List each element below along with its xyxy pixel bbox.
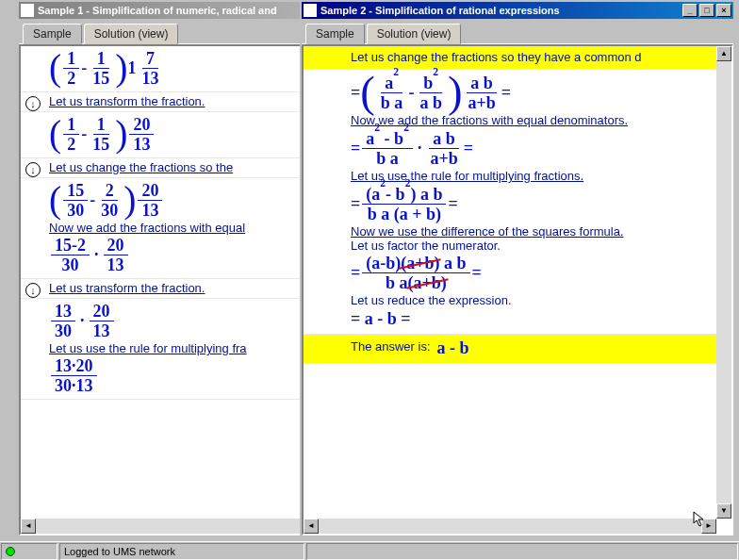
solution-content-2: Let us change the fractions so they have… <box>304 46 716 519</box>
statusbar: Logged to UMS network <box>0 541 739 560</box>
step-explanation[interactable]: Now we use the difference of the squares… <box>351 224 711 239</box>
expand-arrow-icon[interactable]: ↓ <box>25 283 41 298</box>
maximize-button[interactable]: □ <box>699 4 714 17</box>
answer-row: The answer is: a - b <box>304 335 716 364</box>
scroll-up-button[interactable]: ▲ <box>716 46 731 61</box>
tabs-sample2: Sample Solution (view) <box>302 19 733 44</box>
minimize-button[interactable]: _ <box>682 4 698 17</box>
status-led-icon <box>6 547 15 556</box>
step: = ( a2b a - b2a b ) a ba+b = Now we add … <box>304 70 716 335</box>
scrollbar-horizontal[interactable]: ◄ ► <box>304 519 716 534</box>
status-text: Logged to UMS network <box>59 543 304 560</box>
scrollbar-horizontal[interactable]: ◄ ► <box>21 519 319 534</box>
close-button[interactable]: × <box>716 4 731 17</box>
expand-arrow-icon[interactable]: ↓ <box>25 162 41 177</box>
step: ( 12 - 115 ) 1 713 <box>21 46 319 92</box>
math-expression: 13·2030·13 <box>49 355 313 396</box>
tab-solution[interactable]: Solution (view) <box>84 24 179 44</box>
step-explanation: Let us factor the numerator. <box>351 239 711 253</box>
cancelled-term: (a+b) <box>401 254 439 272</box>
step-explanation: Let us reduce the expression. <box>351 293 711 307</box>
step-explanation: Let us change the fractions so they have… <box>351 50 642 64</box>
expand-arrow-icon[interactable]: ↓ <box>25 96 41 111</box>
titlebar-sample1[interactable]: Sample 1 - Simplification of numeric, ra… <box>19 2 336 19</box>
math-expression: ( 12 - 115 ) 1 713 <box>49 48 313 89</box>
window-sample2: Sample 2 - Simplification of rational ex… <box>300 0 735 537</box>
math-expression: ( 12 - 115 ) 2013 <box>49 114 313 155</box>
math-expression: = ( a2b a - b2a b ) a ba+b = <box>351 72 711 113</box>
scrollbar-vertical[interactable]: ▲ ▼ <box>716 46 731 519</box>
step: ( 1530 - 230 ) 2013 Now we add the fract… <box>21 178 319 279</box>
math-expression: 1330 · 2013 <box>49 301 313 341</box>
step-explanation[interactable]: Let us change the fractions so the <box>49 160 233 174</box>
content-wrap-2: Let us change the fractions so they have… <box>302 44 733 535</box>
step-explanation[interactable]: Let us use the rule for multiplying fra <box>49 341 313 355</box>
step: ↓ Let us transform the fraction. <box>21 279 319 299</box>
math-expression: ( 1530 - 230 ) 2013 <box>49 180 313 221</box>
math-expression: = (a-b)(a+b) a b b a(a+b) = <box>351 253 711 293</box>
window-icon <box>21 4 34 17</box>
step: ↓ Let us transform the fraction. <box>21 92 319 112</box>
cancelled-term: (a+b) <box>408 273 447 292</box>
window-icon <box>304 4 317 17</box>
scroll-left-button[interactable]: ◄ <box>21 519 36 534</box>
tab-solution[interactable]: Solution (view) <box>367 24 462 44</box>
tab-sample[interactable]: Sample <box>305 24 365 44</box>
step: 1330 · 2013 Let us use the rule for mult… <box>21 299 319 400</box>
math-expression: 15-230 · 2013 <box>49 235 313 275</box>
solution-content-1: ( 12 - 115 ) 1 713 ↓ Let us transform th… <box>21 46 319 519</box>
window-title: Sample 2 - Simplification of rational ex… <box>320 5 681 16</box>
scroll-down-button[interactable]: ▼ <box>716 503 731 519</box>
titlebar-sample2[interactable]: Sample 2 - Simplification of rational ex… <box>302 2 733 19</box>
step-explanation[interactable]: Now we add the fractions with equal <box>49 221 313 235</box>
math-expression: = (a2- b2) a b b a (a + b) = <box>351 183 711 224</box>
tabs-sample1: Sample Solution (view) <box>19 19 336 44</box>
content-wrap-1: ( 12 - 115 ) 1 713 ↓ Let us transform th… <box>19 44 336 535</box>
answer-value: a - b <box>437 337 469 359</box>
answer-label: The answer is: <box>351 339 431 354</box>
window-sample1: Sample 1 - Simplification of numeric, ra… <box>17 0 337 537</box>
step-highlighted: Let us change the fractions so they have… <box>304 46 716 70</box>
scroll-left-button[interactable]: ◄ <box>304 519 319 534</box>
math-expression: = a - b = <box>351 307 711 331</box>
math-expression: = a2 - b2b a · a ba+b = <box>351 127 711 169</box>
window-title: Sample 1 - Simplification of numeric, ra… <box>38 5 334 16</box>
step: ( 12 - 115 ) 2013 <box>21 112 319 158</box>
step: ↓ Let us change the fractions so the <box>21 158 319 178</box>
tab-sample[interactable]: Sample <box>23 24 82 44</box>
step-explanation[interactable]: Let us transform the fraction. <box>49 281 205 295</box>
scroll-right-button[interactable]: ► <box>701 519 716 534</box>
step-explanation[interactable]: Let us transform the fraction. <box>49 94 205 108</box>
